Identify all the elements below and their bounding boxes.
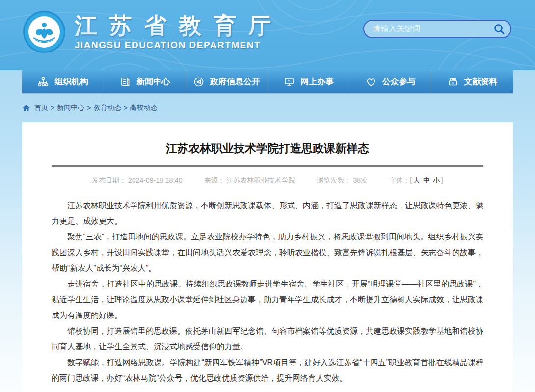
article-body: 江苏农林职业技术学院利用优质资源，不断创新思政课载体、形式、内涵，打造了思政课新…	[52, 198, 483, 386]
page: 江 苏 省 教 育 厅 JIANGSU EDUCATION DEPARTMENT	[0, 0, 535, 392]
nav-item-gov-info-disclosure[interactable]: 政府信息公开	[186, 70, 268, 93]
font-size-small-button[interactable]: 小	[431, 176, 441, 184]
breadcrumb-item-home[interactable]: 首页	[34, 104, 48, 112]
font-size-medium-button[interactable]: 中	[422, 176, 431, 184]
site-title: 江 苏 省 教 育 厅	[75, 13, 274, 38]
online-service-monitor-icon	[283, 76, 295, 88]
nav-label: 组织机构	[54, 76, 88, 87]
nav-item-public-participation[interactable]: 公众参与	[349, 70, 431, 93]
site-header: 江 苏 省 教 育 厅 JIANGSU EDUCATION DEPARTMENT	[0, 0, 535, 70]
news-doc-icon	[119, 76, 131, 88]
search-icon	[493, 23, 506, 35]
info-disclosure-icon	[193, 76, 205, 88]
nav-label: 公众参与	[382, 76, 416, 87]
main-nav: 组织机构 新闻中心 政府信息公开 网上办事	[22, 70, 513, 93]
heart-icon	[365, 76, 377, 88]
bracket-close: ]	[441, 176, 443, 184]
breadcrumb-item-education-news[interactable]: 教育动态	[93, 104, 121, 112]
org-chart-icon	[37, 76, 49, 88]
nav-item-news-center[interactable]: 新闻中心	[104, 70, 186, 93]
title-divider	[52, 165, 483, 167]
search-input[interactable]	[373, 25, 492, 33]
article-paragraph: 走进宿舍，打造社区中的思政课。持续组织思政课教师走进学生宿舍、学生社区，开展“明…	[52, 276, 483, 323]
nav-item-documents[interactable]: 文献资料	[431, 70, 513, 93]
view-count-label: 浏览次数：	[317, 176, 351, 184]
article-paragraph: 馆校协同，打造展馆里的思政课。依托茅山新四军纪念馆、句容市档案馆等优质资源，共建…	[52, 323, 483, 355]
article-title: 江苏农林职业技术学院打造思政课新样态	[52, 141, 483, 156]
archive-drawer-icon	[447, 76, 459, 88]
font-size-control: 字体：[大中小]	[389, 176, 443, 185]
article-paragraph: 数字赋能，打造网络思政课。学院构建“新四军铁军精神”VR项目等，建好入选江苏省“…	[52, 355, 483, 386]
article-card: 江苏农林职业技术学院打造思政课新样态 发布日期： 2024-09-18 18:4…	[22, 122, 513, 392]
article-paragraph: 聚焦“三农”，打造田地间的思政课。立足农业院校办学特色，助力乡村振兴，将思政课堂…	[52, 229, 483, 276]
publish-date-label: 发布日期：	[92, 176, 126, 184]
breadcrumb: 首页 > 新闻中心 > 教育动态 > 高校动态	[22, 93, 513, 122]
search-box	[363, 20, 511, 38]
home-icon	[22, 104, 30, 112]
view-count: 浏览次数： 38次	[317, 176, 368, 185]
article-meta: 发布日期： 2024-09-18 18:40 来源： 江苏农林职业技术学院 浏览…	[52, 176, 483, 185]
source-value: 江苏农林职业技术学院	[227, 176, 295, 184]
site-subtitle: JIANGSU EDUCATION DEPARTMENT	[75, 40, 274, 51]
nav-label: 新闻中心	[136, 76, 170, 87]
nav-label: 网上办事	[300, 76, 334, 87]
view-count-value: 38次	[353, 176, 368, 184]
source-label: 来源：	[204, 176, 225, 184]
breadcrumb-item-university-news[interactable]: 高校动态	[130, 104, 158, 112]
jiangsu-education-emblem	[23, 10, 66, 53]
breadcrumb-separator: >	[123, 104, 127, 112]
breadcrumb-item-news-center[interactable]: 新闻中心	[57, 104, 84, 112]
nav-item-online-services[interactable]: 网上办事	[268, 70, 349, 93]
source: 来源： 江苏农林职业技术学院	[204, 176, 295, 185]
nav-item-organization[interactable]: 组织机构	[22, 70, 104, 93]
publish-date-value: 2024-09-18 18:40	[128, 176, 183, 184]
article-paragraph: 江苏农林职业技术学院利用优质资源，不断创新思政课载体、形式、内涵，打造了思政课新…	[52, 198, 483, 229]
font-size-large-button[interactable]: 大	[412, 176, 422, 184]
search-button[interactable]	[492, 22, 507, 36]
breadcrumb-separator: >	[51, 104, 54, 112]
font-size-label: 字体：	[389, 176, 410, 184]
breadcrumb-separator: >	[87, 104, 91, 112]
nav-label: 政府信息公开	[210, 76, 260, 87]
publish-date: 发布日期： 2024-09-18 18:40	[92, 176, 182, 185]
nav-label: 文献资料	[464, 76, 498, 87]
